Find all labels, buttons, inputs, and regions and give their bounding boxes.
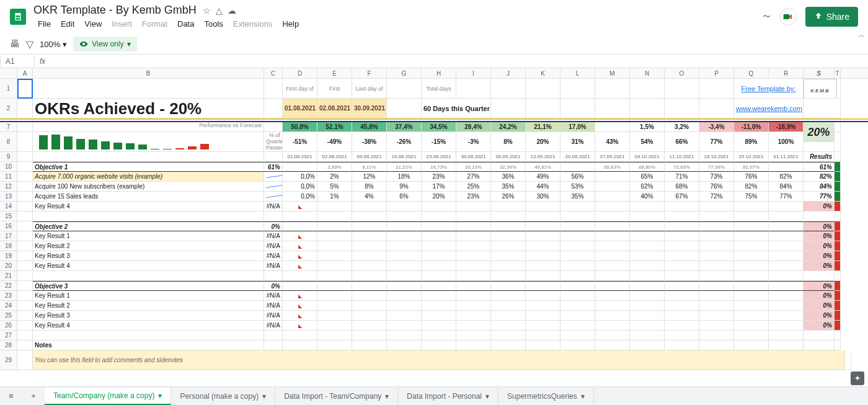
cell[interactable] xyxy=(526,241,560,251)
cell[interactable] xyxy=(17,350,33,370)
cell[interactable] xyxy=(17,271,33,281)
cell[interactable] xyxy=(665,231,699,241)
cell[interactable] xyxy=(422,281,456,291)
cell[interactable] xyxy=(560,261,595,271)
cell[interactable] xyxy=(734,281,769,291)
cell[interactable] xyxy=(835,331,841,340)
obj-data[interactable] xyxy=(283,162,317,172)
cell[interactable] xyxy=(665,291,699,301)
cell[interactable] xyxy=(769,211,804,221)
cell[interactable] xyxy=(665,202,699,211)
col-E[interactable]: E xyxy=(317,68,352,78)
error-indicator[interactable]: ◣ xyxy=(283,261,317,271)
cell[interactable] xyxy=(560,281,595,291)
cell[interactable] xyxy=(491,281,526,291)
kr-data[interactable]: 5% xyxy=(317,182,352,192)
pct-cell[interactable]: 77% xyxy=(699,132,734,152)
perf-cell[interactable]: 45,8% xyxy=(352,122,387,132)
cell[interactable] xyxy=(456,241,491,251)
obj-data[interactable] xyxy=(560,162,595,172)
cell[interactable] xyxy=(352,331,387,340)
cell[interactable] xyxy=(595,241,630,251)
perf-cell[interactable]: -11,0% xyxy=(734,122,769,132)
cell[interactable] xyxy=(526,251,560,261)
cell[interactable] xyxy=(835,271,841,281)
pct-cell[interactable]: 8% xyxy=(491,132,526,152)
activity-icon[interactable]: 〜 xyxy=(763,11,771,22)
cell[interactable] xyxy=(352,340,387,350)
kr-data[interactable]: 71% xyxy=(665,172,699,182)
cell[interactable] xyxy=(699,99,734,118)
perf-cell[interactable]: 52,1% xyxy=(317,122,352,132)
tab-team-company[interactable]: Team/Company (make a copy) ▾ xyxy=(45,388,171,405)
tab-personal[interactable]: Personal (make a copy) ▾ xyxy=(171,388,275,404)
objective-val[interactable]: 0% xyxy=(264,221,283,231)
kr-data[interactable]: 84% xyxy=(769,182,804,192)
cell[interactable] xyxy=(769,241,804,251)
star-icon[interactable]: ☆ xyxy=(203,6,211,16)
header-label[interactable]: Last day of the quarter xyxy=(352,79,387,99)
kr-data[interactable]: 9% xyxy=(387,182,422,192)
cell[interactable] xyxy=(33,331,264,340)
website-link[interactable]: www.wearekemb.com xyxy=(734,99,804,118)
cell[interactable] xyxy=(630,221,665,231)
cell[interactable] xyxy=(456,291,491,301)
cell[interactable] xyxy=(422,231,456,241)
cell[interactable] xyxy=(17,291,33,301)
cell[interactable] xyxy=(17,241,33,251)
perf-label[interactable]: Performance vs Forecast xyxy=(33,122,264,132)
cell[interactable] xyxy=(835,182,841,192)
cell[interactable] xyxy=(769,202,804,211)
results-header[interactable]: Results xyxy=(804,152,835,162)
cell[interactable] xyxy=(560,202,595,211)
cell[interactable] xyxy=(491,271,526,281)
kr-result[interactable]: 0% xyxy=(804,261,835,271)
col-B[interactable]: B xyxy=(33,68,264,78)
col-N[interactable]: N xyxy=(630,68,665,78)
cell[interactable] xyxy=(835,211,841,221)
cell[interactable] xyxy=(699,271,734,281)
date-header[interactable]: 20.09.2021 xyxy=(560,152,595,162)
move-icon[interactable]: △ xyxy=(216,6,223,16)
cell[interactable] xyxy=(630,241,665,251)
cell[interactable] xyxy=(595,202,630,211)
header-label[interactable]: First Monday of the quarter xyxy=(317,79,352,99)
obj-data[interactable]: 40,81% xyxy=(526,162,560,172)
date-cell[interactable]: 30.09.2021 xyxy=(352,99,387,118)
cell[interactable] xyxy=(665,79,699,99)
cell[interactable] xyxy=(33,211,264,221)
notes-content[interactable]: You can use this field to add comments a… xyxy=(33,350,845,370)
kr-data[interactable]: 17% xyxy=(422,182,456,192)
pct-cell[interactable]: 66% xyxy=(665,132,699,152)
objective-name[interactable]: Objective 3 xyxy=(33,281,264,291)
cell[interactable] xyxy=(665,331,699,340)
cell[interactable] xyxy=(630,281,665,291)
sparkline[interactable] xyxy=(264,182,283,192)
cell[interactable] xyxy=(734,221,769,231)
row-header[interactable]: 23 xyxy=(0,291,17,301)
kr-data[interactable]: 76% xyxy=(699,182,734,192)
kr-data[interactable]: 49% xyxy=(526,172,560,182)
row-header[interactable]: 25 xyxy=(0,311,17,321)
brand-logo[interactable]: KEMB xyxy=(804,79,841,99)
cell[interactable] xyxy=(699,331,734,340)
cell[interactable] xyxy=(734,311,769,321)
explore-icon[interactable]: ✦ xyxy=(851,372,864,385)
col-P[interactable]: P xyxy=(699,68,734,78)
cell[interactable] xyxy=(17,281,33,291)
key-result-name[interactable]: Key Result 2 xyxy=(33,241,264,251)
cell[interactable] xyxy=(665,301,699,311)
cell[interactable] xyxy=(835,301,841,311)
cell[interactable] xyxy=(17,331,33,340)
view-only-button[interactable]: View only ▾ xyxy=(73,37,137,51)
cell[interactable] xyxy=(17,321,33,331)
menu-tools[interactable]: Tools xyxy=(200,18,227,30)
kr-result[interactable]: 84% xyxy=(804,182,835,192)
cell[interactable] xyxy=(630,99,665,118)
kr-result[interactable]: 0% xyxy=(804,241,835,251)
cell[interactable] xyxy=(835,291,841,301)
cell[interactable] xyxy=(769,261,804,271)
cell[interactable] xyxy=(491,251,526,261)
template-link[interactable]: Free Template by:kemb GmbH xyxy=(734,79,804,99)
kr-na[interactable]: #N/A xyxy=(264,301,283,311)
